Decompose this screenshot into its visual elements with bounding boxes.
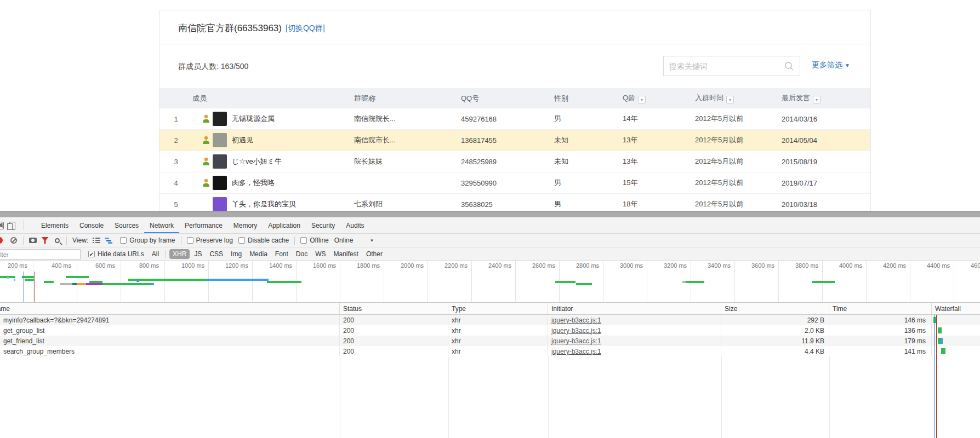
- request-name-cell: search_group_members: [0, 346, 340, 356]
- request-time-cell: 146 ms: [829, 315, 932, 325]
- filter-type-manifest[interactable]: Manifest: [331, 249, 362, 259]
- grid-column-header-status[interactable]: Status: [340, 303, 448, 314]
- sort-icon[interactable]: ▾: [726, 96, 734, 103]
- initiator-link[interactable]: jquery-b3acc.js:1: [551, 327, 601, 335]
- ruler-tick-label: 3000 ms: [620, 262, 643, 269]
- record-button[interactable]: [0, 235, 5, 246]
- filter-type-media[interactable]: Media: [246, 249, 271, 259]
- ruler-gridline: [778, 261, 779, 302]
- table-row[interactable]: 3じ☆ve小妞ミ牛院长妹妹248525989未知13年2012年5月以前2015…: [159, 151, 870, 172]
- request-status-cell: 200: [340, 325, 448, 336]
- view-label: View:: [72, 237, 88, 244]
- ruler-tick-label: 200 ms: [8, 262, 27, 269]
- group-by-frame-checkbox[interactable]: [120, 237, 127, 244]
- tab-memory[interactable]: Memory: [228, 217, 263, 233]
- initiator-link[interactable]: jquery-b3acc.js:1: [551, 337, 601, 345]
- request-row[interactable]: search_group_members200xhrjquery-b3acc.j…: [0, 346, 980, 356]
- tab-sources[interactable]: Sources: [109, 217, 144, 233]
- q-age-cell: 13年: [623, 157, 695, 166]
- initiator-link[interactable]: jquery-b3acc.js:1: [551, 316, 601, 324]
- sort-icon[interactable]: ▾: [638, 96, 646, 103]
- overview-request-bar: [102, 283, 152, 285]
- table-row[interactable]: 5丫头，你是我的宝贝七系刘阳35638025男18年2012年5月以前2010/…: [159, 194, 870, 211]
- switch-group-link[interactable]: [切换QQ群]: [286, 24, 325, 33]
- ruler-gridline: [734, 261, 735, 302]
- screenshot-camera-icon[interactable]: [27, 235, 39, 246]
- filter-type-font[interactable]: Font: [272, 249, 292, 259]
- request-type-filters: AllXHRJSCSSImgMediaFontDocWSManifestOthe…: [149, 249, 387, 259]
- request-row[interactable]: myinfo?callback=?&bkn=294274891200xhrjqu…: [0, 315, 980, 325]
- grid-column-header-waterfall[interactable]: Waterfall: [932, 303, 980, 314]
- tab-security[interactable]: Security: [306, 217, 340, 233]
- member-cell: 无锡珑源金属: [192, 112, 354, 126]
- filter-type-other[interactable]: Other: [363, 249, 386, 259]
- filter-type-js[interactable]: JS: [191, 249, 205, 259]
- divider: [181, 237, 181, 245]
- filter-type-xhr[interactable]: XHR: [169, 249, 190, 259]
- member-person-icon: [202, 157, 210, 166]
- grid-column-header-initiator[interactable]: Initiator: [548, 303, 721, 314]
- avatar: [213, 112, 227, 126]
- preserve-log-checkbox[interactable]: [187, 237, 193, 244]
- table-row[interactable]: 1无锡珑源金属南信院院长...459276168男14年2012年5月以前201…: [159, 108, 870, 130]
- table-row[interactable]: 2初遇见南信院市长...136817455未知13年2012年5月以前2014/…: [159, 130, 870, 151]
- member-person-icon: [202, 136, 210, 145]
- search-input[interactable]: [664, 62, 779, 71]
- grid-column-header-name[interactable]: Name: [0, 303, 340, 314]
- load-marker-line: [35, 272, 35, 302]
- tab-network[interactable]: Network: [144, 217, 179, 233]
- gender-cell: 未知: [554, 157, 623, 166]
- member-name: 无锡珑源金属: [232, 114, 275, 124]
- table-row[interactable]: 4肉多，怪我咯329550990男15年2012年5月以前2019/07/17: [159, 172, 870, 194]
- list-view-icon[interactable]: [90, 235, 102, 246]
- tab-console[interactable]: Console: [74, 217, 109, 233]
- filter-type-ws[interactable]: WS: [312, 249, 329, 259]
- grid-column-header-size[interactable]: Size: [721, 303, 829, 314]
- tab-audits[interactable]: Audits: [340, 217, 369, 233]
- join-time-cell: 2012年5月以前: [695, 135, 782, 145]
- device-toolbar-icon[interactable]: [9, 222, 15, 230]
- tab-elements[interactable]: Elements: [36, 217, 74, 233]
- request-time-cell: 141 ms: [829, 346, 932, 356]
- ruler-tick-label: 4600 ms: [971, 262, 980, 269]
- inspect-element-icon[interactable]: [0, 222, 4, 229]
- ruler-gridline: [866, 261, 867, 302]
- column-header-label: Q龄: [623, 94, 635, 102]
- filter-type-doc[interactable]: Doc: [293, 249, 311, 259]
- waterfall-view-icon[interactable]: [102, 235, 115, 246]
- more-filter-button[interactable]: 更多筛选▼: [812, 60, 850, 70]
- filter-type-css[interactable]: CSS: [206, 249, 226, 259]
- tab-performance[interactable]: Performance: [179, 217, 228, 233]
- member-cell: 初遇见: [192, 133, 354, 147]
- request-grid-header: NameStatusTypeInitiatorSizeTimeWaterfall: [0, 303, 980, 315]
- offline-checkbox[interactable]: [300, 237, 307, 244]
- search-box: [663, 56, 800, 76]
- devtools-resize-divider[interactable]: [0, 211, 980, 217]
- filter-input[interactable]: Filter: [0, 249, 81, 260]
- filter-funnel-icon[interactable]: [39, 235, 51, 246]
- q-age-cell: 15年: [623, 178, 695, 188]
- request-type-cell: xhr: [448, 325, 548, 336]
- grid-column-header-type[interactable]: Type: [448, 303, 548, 314]
- devtools-tabs: ElementsConsoleSourcesNetworkPerformance…: [36, 217, 370, 233]
- request-row[interactable]: get_friend_list200xhrjquery-b3acc.js:111…: [0, 336, 980, 346]
- clear-icon[interactable]: [8, 235, 20, 246]
- request-row[interactable]: get_group_list200xhrjquery-b3acc.js:12.0…: [0, 325, 980, 336]
- filter-type-all[interactable]: All: [149, 249, 162, 259]
- search-magnifier-icon[interactable]: [51, 235, 63, 246]
- ruler-gridline: [208, 261, 209, 302]
- sort-icon[interactable]: ▾: [813, 96, 821, 103]
- nickname-cell: 南信院院长...: [354, 114, 461, 124]
- network-overview[interactable]: 200 ms400 ms600 ms800 ms1000 ms1200 ms14…: [0, 261, 980, 303]
- offline-option: Offline: [300, 237, 328, 244]
- search-icon[interactable]: [779, 56, 800, 76]
- hide-data-urls-checkbox[interactable]: ✔: [88, 251, 95, 257]
- initiator-link[interactable]: jquery-b3acc.js:1: [551, 348, 601, 355]
- dcl-marker-line: [24, 272, 24, 302]
- filter-type-img[interactable]: Img: [227, 249, 245, 259]
- tab-application[interactable]: Application: [263, 217, 306, 233]
- throttling-dropdown[interactable]: Online ▼: [334, 237, 374, 244]
- grid-column-header-time[interactable]: Time: [829, 303, 932, 314]
- disable-cache-checkbox[interactable]: [238, 237, 245, 244]
- row-index: 1: [159, 115, 192, 123]
